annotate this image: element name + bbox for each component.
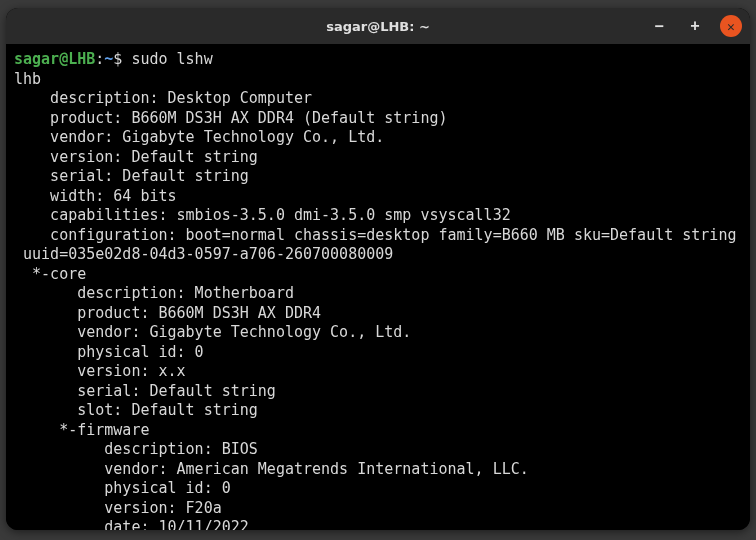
output-line: serial: Default string [14,382,276,400]
output-line: version: F20a [14,499,222,517]
close-button[interactable]: ✕ [720,15,742,37]
output-line: uuid=035e02d8-04d3-0597-a706-26070008000… [14,245,393,263]
prompt-path: ~ [104,50,113,68]
output-line: serial: Default string [14,167,249,185]
output-line: *-core [14,265,86,283]
output-line: product: B660M DS3H AX DDR4 (Default str… [14,109,447,127]
terminal-window: sagar@LHB: ~ − + ✕ sagar@LHB:~$ sudo lsh… [6,8,750,530]
output-line: vendor: Gigabyte Technology Co., Ltd. [14,323,411,341]
output-line: description: Desktop Computer [14,89,312,107]
terminal-body[interactable]: sagar@LHB:~$ sudo lshw lhb description: … [6,44,750,530]
prompt-user: sagar [14,50,59,68]
output-line: width: 64 bits [14,187,177,205]
window-title: sagar@LHB: ~ [326,19,430,34]
output-line: description: BIOS [14,440,258,458]
output-line: date: 10/11/2022 [14,518,249,530]
maximize-icon: + [690,19,699,34]
output-line: lhb [14,70,41,88]
titlebar: sagar@LHB: ~ − + ✕ [6,8,750,44]
minimize-icon: − [654,19,663,34]
output-line: physical id: 0 [14,343,204,361]
prompt-colon: : [95,50,104,68]
output-line: vendor: Gigabyte Technology Co., Ltd. [14,128,384,146]
close-icon: ✕ [727,20,735,33]
output-line: capabilities: smbios-3.5.0 dmi-3.5.0 smp… [14,206,511,224]
maximize-button[interactable]: + [684,15,706,37]
output-line: vendor: American Megatrends Internationa… [14,460,529,478]
output-line: slot: Default string [14,401,258,419]
command-text: sudo lshw [131,50,212,68]
output-line: description: Motherboard [14,284,294,302]
output-line: version: Default string [14,148,258,166]
window-controls: − + ✕ [648,15,742,37]
prompt-at: @ [59,50,68,68]
output-line: *-firmware [14,421,149,439]
minimize-button[interactable]: − [648,15,670,37]
output-line: physical id: 0 [14,479,231,497]
output-line: version: x.x [14,362,186,380]
output-line: product: B660M DS3H AX DDR4 [14,304,321,322]
prompt-dollar: $ [113,50,122,68]
prompt-host: LHB [68,50,95,68]
output-line: configuration: boot=normal chassis=deskt… [14,226,736,244]
